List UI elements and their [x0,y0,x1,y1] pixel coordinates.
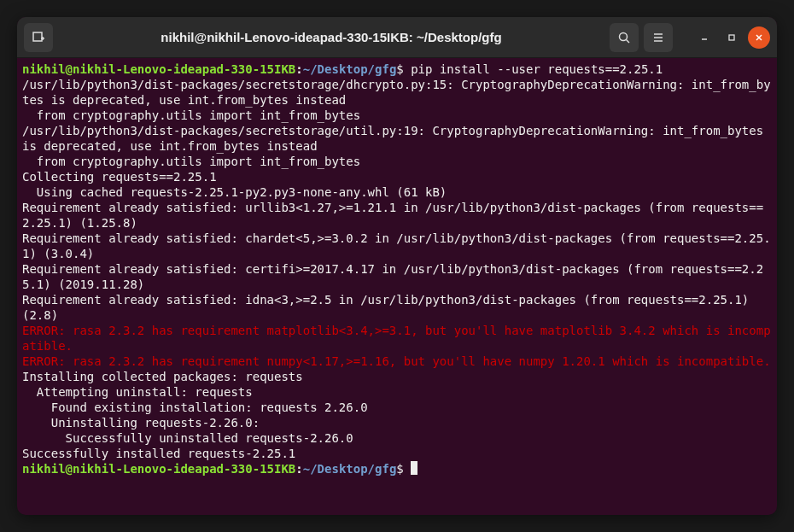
prompt-dollar: $ [396,462,403,476]
minimize-button[interactable] [693,26,715,49]
prompt-line-1: nikhil@nikhil-Lenovo-ideapad-330-15IKB:~… [22,61,772,77]
svg-point-3 [620,32,628,40]
titlebar-right [610,23,770,52]
output-line: Requirement already satisfied: chardet<5… [22,231,772,261]
output-line: from cryptography.utils import int_from_… [22,154,772,169]
prompt-line-2: nikhil@nikhil-Lenovo-ideapad-330-15IKB:~… [22,461,772,476]
svg-line-4 [627,39,630,43]
terminal-window: nikhil@nikhil-Lenovo-ideapad-330-15IKB: … [17,17,777,515]
menu-button[interactable] [644,23,673,52]
prompt-user: nikhil@nikhil-Lenovo-ideapad-330-15IKB [22,62,295,76]
output-line: Requirement already satisfied: idna<3,>=… [22,292,772,323]
svg-rect-0 [33,32,42,41]
prompt-dollar: $ [396,62,403,76]
output-line: Requirement already satisfied: certifi>=… [22,261,772,292]
output-line: Installing collected packages: requests [22,369,772,384]
prompt-colon: : [295,462,302,476]
titlebar: nikhil@nikhil-Lenovo-ideapad-330-15IKB: … [17,17,777,58]
output-line: Requirement already satisfied: urllib3<1… [22,200,772,231]
titlebar-left [24,23,53,52]
output-line: Using cached requests-2.25.1-py2.py3-non… [22,184,772,200]
error-line: ERROR: rasa 2.3.2 has requirement matplo… [22,323,772,354]
error-line: ERROR: rasa 2.3.2 has requirement numpy<… [22,354,772,369]
output-line: Attempting uninstall: requests [22,384,772,400]
output-line: /usr/lib/python3/dist-packages/secretsto… [22,77,772,108]
new-tab-button[interactable] [24,23,53,52]
command-text: pip install --user requests==2.25.1 [411,62,663,76]
window-title: nikhil@nikhil-Lenovo-ideapad-330-15IKB: … [53,30,610,44]
output-line: Uninstalling requests-2.26.0: [22,415,772,430]
output-line: Collecting requests==2.25.1 [22,169,772,184]
search-button[interactable] [610,23,639,52]
terminal-content[interactable]: nikhil@nikhil-Lenovo-ideapad-330-15IKB:~… [17,58,777,515]
output-line: /usr/lib/python3/dist-packages/secretsto… [22,123,772,154]
output-line: from cryptography.utils import int_from_… [22,108,772,123]
output-line: Successfully installed requests-2.25.1 [22,446,772,461]
prompt-path: ~/Desktop/gfg [303,62,397,76]
svg-rect-9 [729,35,734,40]
prompt-colon: : [295,62,302,76]
maximize-button[interactable] [721,26,743,49]
close-button[interactable] [748,26,770,49]
prompt-path: ~/Desktop/gfg [303,462,397,476]
prompt-user: nikhil@nikhil-Lenovo-ideapad-330-15IKB [22,462,295,476]
output-line: Successfully uninstalled requests-2.26.0 [22,430,772,446]
cursor [411,461,417,475]
output-line: Found existing installation: requests 2.… [22,400,772,415]
